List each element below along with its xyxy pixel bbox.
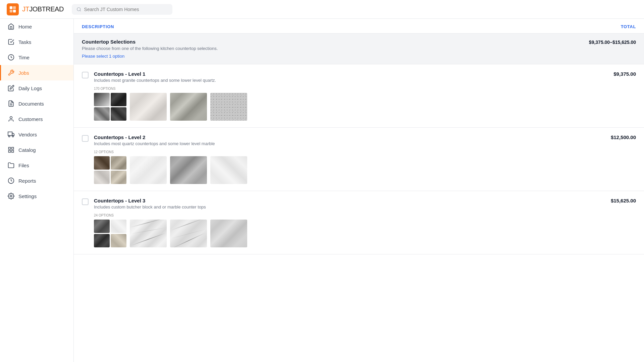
sidebar-item-customers[interactable]: Customers xyxy=(0,111,73,127)
svg-rect-3 xyxy=(13,9,16,12)
svg-rect-13 xyxy=(9,147,11,149)
level2-title: Countertops - Level 2 xyxy=(94,134,215,140)
jobtread-logo-icon xyxy=(7,3,19,15)
sidebar-item-jobs[interactable]: Jobs xyxy=(0,65,73,80)
level1-description: Includes most granite countertops and so… xyxy=(94,78,216,83)
svg-rect-14 xyxy=(12,147,14,149)
marble-thumb-2 xyxy=(111,220,126,233)
selection-group-title: Countertop Selections xyxy=(82,39,218,45)
sidebar-item-home[interactable]: Home xyxy=(0,19,73,34)
granite-large-1 xyxy=(130,93,167,121)
selection-group-header: Countertop Selections Please choose from… xyxy=(74,34,644,64)
quartz-thumb-1 xyxy=(94,156,110,170)
quartz-thumb-2 xyxy=(111,156,126,170)
marble-large-1 xyxy=(130,220,167,247)
svg-point-11 xyxy=(9,135,10,137)
level1-options-label: 170 OPTIONS xyxy=(94,87,126,90)
svg-point-18 xyxy=(10,195,12,197)
selection-group-description: Please choose from one of the following … xyxy=(82,46,218,51)
level2-content: Countertops - Level 2 Includes most quar… xyxy=(94,134,636,184)
quartz-large-1 xyxy=(130,156,167,184)
selection-items-list: Countertops - Level 1 Includes most gran… xyxy=(74,64,644,254)
level3-description: Includes custom butcher block and or mar… xyxy=(94,204,206,209)
checkbox-level1[interactable] xyxy=(82,72,89,78)
granite-large-2 xyxy=(170,93,207,121)
level3-title: Countertops - Level 3 xyxy=(94,198,206,203)
svg-point-4 xyxy=(77,7,80,11)
logo-area: JTJOBTREAD xyxy=(7,3,64,15)
svg-point-8 xyxy=(10,117,12,119)
svg-rect-16 xyxy=(9,150,11,153)
svg-rect-9 xyxy=(8,132,12,136)
sidebar-item-tasks[interactable]: Tasks xyxy=(0,34,73,50)
sidebar-item-vendors[interactable]: Vendors xyxy=(0,127,73,142)
sidebar-item-documents-label: Documents xyxy=(18,101,44,107)
quartz-large-2 xyxy=(170,156,207,184)
daily-logs-icon xyxy=(8,85,14,92)
selection-item-level2: Countertops - Level 2 Includes most quar… xyxy=(74,128,644,191)
content-area: DESCRIPTION TOTAL Countertop Selections … xyxy=(74,19,644,362)
granite-thumb-2 xyxy=(111,93,126,106)
search-input[interactable] xyxy=(84,7,168,12)
sidebar-item-time-label: Time xyxy=(18,55,30,60)
level1-images: 170 OPTIONS xyxy=(94,87,636,121)
selection-item-level1: Countertops - Level 1 Includes most gran… xyxy=(74,64,644,128)
search-icon xyxy=(76,7,82,12)
level2-price: $12,500.00 xyxy=(611,134,636,140)
level2-options-label: 12 OPTIONS xyxy=(94,150,126,154)
sidebar-item-daily-logs[interactable]: Daily Logs xyxy=(0,80,73,96)
vendors-icon xyxy=(8,131,14,138)
home-icon xyxy=(8,23,14,30)
marble-thumb-3 xyxy=(94,234,110,247)
sidebar-item-reports[interactable]: Reports xyxy=(0,173,73,188)
level1-content: Countertops - Level 1 Includes most gran… xyxy=(94,71,636,121)
sidebar-item-files-label: Files xyxy=(18,163,29,168)
settings-icon xyxy=(8,193,14,199)
level1-title: Countertops - Level 1 xyxy=(94,71,216,77)
sidebar-item-vendors-label: Vendors xyxy=(18,132,37,137)
level3-options-label: 24 OPTIONS xyxy=(94,214,126,217)
level2-images: 12 OPTIONS xyxy=(94,150,636,184)
granite-thumb-1 xyxy=(94,93,110,106)
sidebar-item-catalog-label: Catalog xyxy=(18,147,36,153)
svg-point-12 xyxy=(12,135,13,137)
checkbox-level2[interactable] xyxy=(82,135,89,142)
level3-price: $15,625.00 xyxy=(611,198,636,203)
col-description-header: DESCRIPTION xyxy=(82,24,114,29)
customers-icon xyxy=(8,116,14,122)
level2-description: Includes most quartz countertops and som… xyxy=(94,141,215,146)
marble-thumb-4 xyxy=(111,234,126,247)
sidebar-item-customers-label: Customers xyxy=(18,116,43,122)
svg-rect-2 xyxy=(10,9,12,12)
sidebar-item-files[interactable]: Files xyxy=(0,158,73,173)
sidebar: Home Tasks Time Jobs xyxy=(0,19,74,362)
sidebar-item-settings[interactable]: Settings xyxy=(0,188,73,204)
level3-images: 24 OPTIONS xyxy=(94,214,636,247)
level3-content: Countertops - Level 3 Includes custom bu… xyxy=(94,198,636,247)
svg-rect-1 xyxy=(13,6,16,9)
files-icon xyxy=(8,162,14,169)
sidebar-item-catalog[interactable]: Catalog xyxy=(0,142,73,158)
sidebar-item-reports-label: Reports xyxy=(18,178,36,184)
svg-rect-0 xyxy=(10,6,12,9)
reports-icon xyxy=(8,177,14,184)
marble-large-2 xyxy=(170,220,207,247)
table-header: DESCRIPTION TOTAL xyxy=(74,19,644,34)
quartz-thumb-4 xyxy=(111,171,126,184)
search-bar[interactable] xyxy=(72,4,172,15)
sidebar-item-settings-label: Settings xyxy=(18,193,37,199)
svg-rect-15 xyxy=(12,150,14,153)
topbar: JTJOBTREAD xyxy=(0,0,644,19)
granite-large-3 xyxy=(210,93,247,121)
granite-thumb-3 xyxy=(94,107,110,121)
sidebar-item-time[interactable]: Time xyxy=(0,50,73,65)
granite-thumb-4 xyxy=(111,107,126,121)
checkbox-level3[interactable] xyxy=(82,198,89,205)
main-content: DESCRIPTION TOTAL Countertop Selections … xyxy=(74,19,644,362)
time-icon xyxy=(8,54,14,61)
sidebar-item-documents[interactable]: Documents xyxy=(0,96,73,111)
level1-price: $9,375.00 xyxy=(613,71,636,77)
sidebar-item-tasks-label: Tasks xyxy=(18,39,31,45)
documents-icon xyxy=(8,100,14,107)
catalog-icon xyxy=(8,146,14,153)
